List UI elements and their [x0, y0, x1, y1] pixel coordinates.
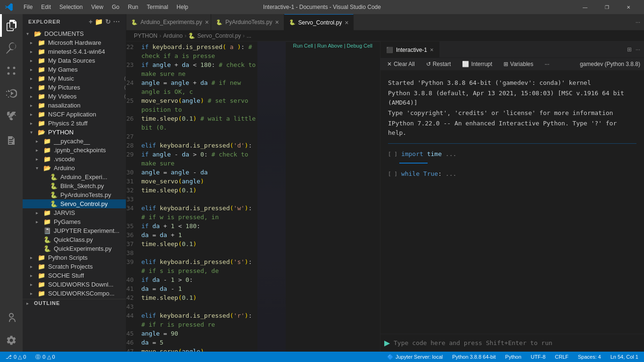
sidebar-item-ipynb-checkpoints[interactable]: ▸ 📁 .ipynb_checkpoints	[23, 146, 126, 155]
chevron-down-icon: ▾	[30, 130, 38, 135]
refresh-icon[interactable]: ↻	[105, 18, 111, 25]
sidebar-item-nscf[interactable]: ▸ 📁 NSCF Application	[23, 110, 126, 119]
sidebar-section-outline[interactable]: ▸ OUTLINE	[23, 299, 126, 307]
variables-button[interactable]: ⊞ Variables	[501, 60, 536, 68]
status-language[interactable]: Python	[504, 354, 523, 360]
sidebar-item-my-data-sources[interactable]: ▸ 📁 My Data Sources	[23, 56, 126, 65]
run-above-button[interactable]: Run Above	[317, 43, 343, 49]
panel-more-icon[interactable]: ···	[636, 46, 640, 53]
folder-icon: 📁	[38, 75, 46, 82]
sidebar-item-python[interactable]: ▾ 📂 PYTHON	[23, 128, 126, 137]
sidebar-item-pygames[interactable]: ▸ 📁 PyGames	[23, 217, 126, 226]
tabs-more-button[interactable]: ···	[632, 19, 644, 25]
menu-help[interactable]: Help	[173, 3, 192, 11]
activity-explorer[interactable]	[0, 14, 23, 37]
sidebar-item-jupyter[interactable]: 📓 JUPYTER Experiment...	[23, 226, 126, 235]
sidebar-item-nasalization[interactable]: ▸ 📁 nasalization	[23, 101, 126, 110]
sidebar-item-my-videos[interactable]: ▸ 📁 My Videos ⟨	[23, 92, 126, 101]
status-ln-col[interactable]: Ln 54, Col 1	[609, 354, 640, 360]
tab-close-button[interactable]: ×	[345, 19, 348, 26]
status-kernel[interactable]: Python 3.8.8 64-bit	[450, 354, 497, 360]
menu-go[interactable]: Go	[108, 3, 123, 11]
tab-servo-control[interactable]: 🐍 Servo_Control.py ×	[284, 14, 354, 31]
activity-extensions[interactable]	[0, 105, 23, 127]
menu-view[interactable]: View	[87, 3, 107, 11]
code-content: 22 if keyboard.is_pressed( a ): # check …	[126, 41, 257, 352]
menu-edit[interactable]: Edit	[37, 3, 55, 11]
status-git[interactable]: ⎇ 0 △ 0	[4, 354, 28, 360]
chevron-right-icon: ▸	[30, 112, 38, 117]
sidebar-item-quickclass[interactable]: 🐍 QuickClass.py	[23, 235, 126, 244]
activity-run-debug[interactable]	[0, 82, 23, 105]
sidebar-item-pyarduinotests[interactable]: 🐍 PyArduinoTests.py	[23, 190, 126, 199]
activity-accounts[interactable]	[0, 306, 23, 329]
breadcrumb-arduino[interactable]: Arduino	[163, 33, 182, 39]
tree-root-documents[interactable]: ▾ 📂 DOCUMENTS	[23, 29, 126, 38]
kernel-status-text: Python 3.8.8 64-bit	[452, 354, 495, 360]
sidebar-item-scratch-projects[interactable]: ▸ 📁 Scratch Projects	[23, 262, 126, 271]
menu-terminal[interactable]: Terminal	[143, 3, 172, 11]
activity-settings[interactable]	[0, 329, 23, 352]
breadcrumb-python[interactable]: PYTHON	[134, 33, 157, 39]
sidebar-item-blink-sketch[interactable]: 🐍 Blink_Sketch.py	[23, 181, 126, 190]
sidebar-item-solidworks-compo[interactable]: ▸ 📁 SOLIDWORKSCompo...	[23, 289, 126, 298]
code-input[interactable]	[394, 339, 640, 346]
breadcrumb-more[interactable]: ...	[247, 33, 251, 39]
activity-source-control[interactable]	[0, 59, 23, 82]
run-cell-button[interactable]: Run Cell	[293, 43, 313, 49]
tab-close-button[interactable]: ×	[275, 18, 279, 26]
menu-selection[interactable]: Selection	[56, 3, 86, 11]
sidebar-more-icon[interactable]: ···	[113, 18, 120, 25]
panel-toolbar-more-button[interactable]: ···	[542, 60, 552, 68]
sidebar-item-solidworks-downl[interactable]: ▸ 📁 SOLIDWORKS Downl...	[23, 280, 126, 289]
sidebar-item-my-pictures[interactable]: ▸ 📁 My Pictures ⟨	[23, 83, 126, 92]
titlebar-menu[interactable]: File Edit Selection View Go Run Terminal…	[20, 3, 192, 11]
chevron-right-icon: ▸	[30, 282, 38, 287]
status-jupyter[interactable]: 🔷 Jupyter Server: local	[385, 354, 445, 360]
activity-search[interactable]	[0, 37, 23, 59]
sidebar-item-pycache[interactable]: ▸ 📁 __pycache__	[23, 137, 126, 146]
activity-testing[interactable]	[0, 129, 23, 152]
new-file-icon[interactable]: +	[89, 18, 93, 25]
folder-icon: 📁	[38, 263, 46, 270]
sidebar-item-python-scripts[interactable]: ▸ 📁 Python Scripts	[23, 253, 126, 262]
status-errors[interactable]: ⓪ 0 △ 0	[33, 354, 57, 361]
close-button[interactable]: ✕	[618, 0, 639, 14]
tab-pyarduinotests[interactable]: 🐍 PyArduinoTests.py ×	[211, 14, 284, 31]
code-editor[interactable]: 22 if keyboard.is_pressed( a ): # check …	[126, 41, 286, 352]
tab-close-button[interactable]: ×	[205, 18, 209, 26]
status-eol[interactable]: CRLF	[553, 354, 570, 360]
debug-cell-button[interactable]: Debug Cell	[347, 43, 372, 49]
status-encoding[interactable]: UTF-8	[529, 354, 547, 360]
sidebar-item-jarvis[interactable]: ▸ 📁 JARVIS	[23, 208, 126, 217]
menu-file[interactable]: File	[20, 3, 36, 11]
status-spaces[interactable]: Spaces: 4	[576, 354, 603, 360]
panel-layout-icon[interactable]: ⊞	[627, 46, 632, 53]
menu-run[interactable]: Run	[124, 3, 142, 11]
maximize-button[interactable]: ❐	[596, 0, 618, 14]
sidebar-item-physics2[interactable]: ▸ 📁 Physics 2 stuff	[23, 119, 126, 128]
minimize-button[interactable]: —	[574, 0, 596, 14]
sidebar-item-vscode[interactable]: ▸ 📁 .vscode	[23, 155, 126, 164]
sidebar-item-my-music[interactable]: ▸ 📁 My Music ⟨	[23, 74, 126, 83]
sidebar-item-arduino-experiments[interactable]: 🐍 Arduino_Experi...	[23, 173, 126, 181]
panel-tab-interactive[interactable]: ⬛ Interactive-1 ×	[380, 41, 439, 58]
tab-arduino-experiments[interactable]: 🐍 Arduino_Experiments.py ×	[126, 14, 211, 31]
sidebar-item-minetest[interactable]: ▸ 📁 minetest-5.4.1-win64	[23, 47, 126, 56]
sidebar-item-servo-control[interactable]: 🐍 Servo_Control.py	[23, 199, 126, 208]
sidebar-item-soche[interactable]: ▸ 📁 SOCHE Stuff	[23, 271, 126, 280]
sidebar-item-my-games[interactable]: ▸ 📁 My Games	[23, 65, 126, 74]
new-folder-icon[interactable]: 📁	[95, 18, 103, 25]
titlebar-controls[interactable]: — ❐ ✕	[574, 0, 639, 14]
sidebar-item-quickexperiments[interactable]: 🐍 QuickExperiments.py	[23, 244, 126, 253]
sidebar-item-arduino[interactable]: ▾ 📂 Arduino	[23, 164, 126, 173]
interrupt-button[interactable]: ⬜ Interrupt	[459, 60, 495, 68]
sidebar-item-microsoft-hardware[interactable]: ▸ 📁 Microsoft Hardware	[23, 38, 126, 47]
breadcrumb-file[interactable]: 🐍 Servo_Control.py	[188, 33, 241, 39]
panel-tab-close-button[interactable]: ×	[430, 46, 434, 53]
cell-in-bracket: [ ]	[388, 149, 397, 159]
restart-button[interactable]: ↺ Restart	[423, 60, 454, 68]
sidebar-header-icons[interactable]: + 📁 ↻ ···	[89, 18, 120, 25]
clear-all-button[interactable]: ✕ Clear All	[384, 60, 418, 68]
run-input-icon[interactable]: ▶	[384, 338, 390, 347]
